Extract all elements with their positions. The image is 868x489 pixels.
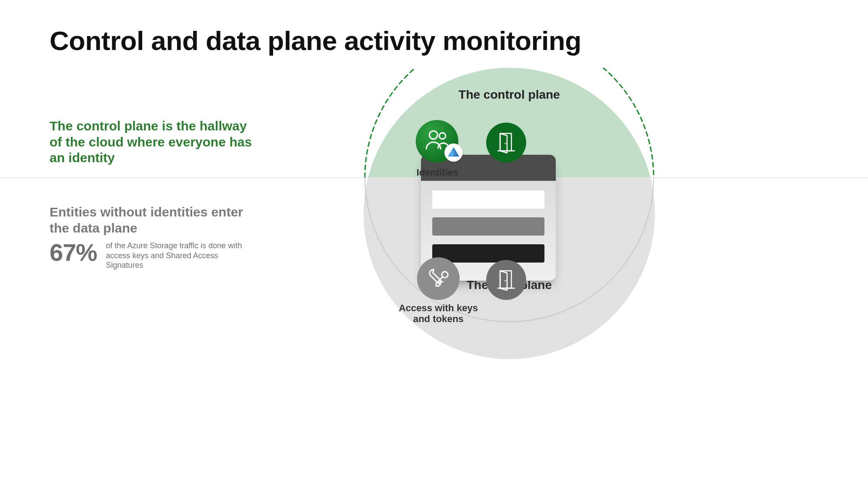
resource-row <box>432 217 544 236</box>
resource-row <box>432 190 544 209</box>
svg-point-0 <box>429 131 437 139</box>
statistic-description: of the Azure Storage traffic is done wit… <box>106 241 245 270</box>
slide: Control and data plane activity monitori… <box>0 0 868 489</box>
keys-label: Access with keys and tokens <box>395 303 482 325</box>
svg-marker-3 <box>448 147 454 156</box>
identities-label: Identities <box>401 167 474 178</box>
azure-ad-icon <box>444 143 463 162</box>
svg-rect-12 <box>500 271 511 288</box>
statistic-percent: 67% <box>50 238 97 266</box>
page-title: Control and data plane activity monitori… <box>50 25 581 56</box>
resource-card-rows <box>421 181 556 263</box>
statistic: 67% of the Azure Storage traffic is done… <box>50 238 276 270</box>
svg-point-1 <box>439 133 445 139</box>
door-icon <box>486 260 526 300</box>
control-plane-label: The control plane <box>364 88 655 102</box>
svg-point-14 <box>504 280 506 281</box>
svg-marker-13 <box>500 271 507 290</box>
svg-rect-7 <box>500 133 511 151</box>
control-plane-copy: The control plane is the hallway of the … <box>50 118 254 166</box>
svg-point-9 <box>504 143 506 144</box>
svg-marker-8 <box>500 133 507 153</box>
key-wrench-icon <box>417 257 460 300</box>
data-plane-copy: Entities without identities enter the da… <box>50 204 254 236</box>
door-icon <box>486 123 526 163</box>
